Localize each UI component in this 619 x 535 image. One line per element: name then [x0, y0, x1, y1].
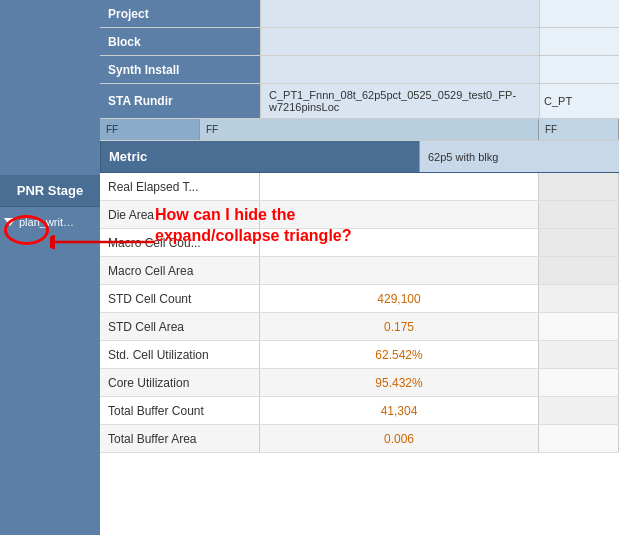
- metric-header: Metric: [100, 141, 419, 172]
- row-label-8: Total Buffer Count: [100, 397, 260, 424]
- table-row: Total Buffer Count 41,304: [100, 397, 619, 425]
- combined-header: Metric 62p5 with blkg: [100, 141, 619, 173]
- row-empty-2: [539, 229, 619, 256]
- table-row: Real Elapsed T...: [100, 173, 619, 201]
- row-empty-6: [539, 341, 619, 368]
- plan-row: plan_write_r...: [0, 208, 100, 236]
- row-label-2: Macro Cell Cou...: [100, 229, 260, 256]
- row-empty-7: [539, 369, 619, 396]
- row-label-6: Std. Cell Utilization: [100, 341, 260, 368]
- table-row: STD Cell Count 429,100: [100, 285, 619, 313]
- row-empty-1: [539, 201, 619, 228]
- row-value-3: [260, 257, 539, 284]
- expand-collapse-triangle[interactable]: [4, 218, 16, 226]
- block-value-alt: [539, 28, 619, 55]
- table-row: STD Cell Area 0.175: [100, 313, 619, 341]
- synth-install-row: Synth Install: [100, 56, 619, 84]
- row-empty-4: [539, 285, 619, 312]
- row-empty-8: [539, 397, 619, 424]
- ff-cell-1: FF: [100, 119, 200, 140]
- project-value: [260, 0, 539, 27]
- sta-rundir-alt: C_PT: [539, 84, 619, 118]
- sta-rundir-value: C_PT1_Fnnn_08t_62p5pct_0525_0529_test0_F…: [260, 84, 539, 118]
- sidebar-rows: plan_write_r...: [0, 208, 100, 236]
- row-empty-3: [539, 257, 619, 284]
- plan-label: plan_write_r...: [19, 216, 79, 228]
- row-value-4: 429,100: [260, 285, 539, 312]
- main-container: PNR Stage plan_write_r... Project Block: [0, 0, 619, 535]
- sta-rundir-label: STA Rundir: [100, 84, 260, 118]
- row-value-6: 62.542%: [260, 341, 539, 368]
- row-label-1: Die Area: [100, 201, 260, 228]
- table-row: Die Area: [100, 201, 619, 229]
- row-value-8: 41,304: [260, 397, 539, 424]
- row-label-4: STD Cell Count: [100, 285, 260, 312]
- block-value: [260, 28, 539, 55]
- row-value-2: [260, 229, 539, 256]
- table-row: Core Utilization 95.432%: [100, 369, 619, 397]
- table-row: Macro Cell Area: [100, 257, 619, 285]
- row-empty-0: [539, 173, 619, 200]
- row-value-1: [260, 201, 539, 228]
- table-row: Std. Cell Utilization 62.542%: [100, 341, 619, 369]
- row-label-7: Core Utilization: [100, 369, 260, 396]
- row-label-3: Macro Cell Area: [100, 257, 260, 284]
- blkg-value: 62p5 with blkg: [419, 141, 619, 172]
- pnr-stage-label: PNR Stage: [17, 183, 83, 198]
- ff-cell-2: FF: [200, 119, 539, 140]
- content-area: Project Block Synth Install STA Rundir C…: [100, 0, 619, 535]
- synth-install-value: [260, 56, 539, 83]
- table-row: Total Buffer Area 0.006: [100, 425, 619, 453]
- synth-install-label: Synth Install: [100, 56, 260, 83]
- table-row: Macro Cell Cou...: [100, 229, 619, 257]
- row-value-5: 0.175: [260, 313, 539, 340]
- ff-row: FF FF FF: [100, 119, 619, 141]
- row-label-9: Total Buffer Area: [100, 425, 260, 452]
- row-empty-5: [539, 313, 619, 340]
- project-label: Project: [100, 0, 260, 27]
- synth-install-value-alt: [539, 56, 619, 83]
- block-label: Block: [100, 28, 260, 55]
- block-row: Block: [100, 28, 619, 56]
- row-value-7: 95.432%: [260, 369, 539, 396]
- row-empty-9: [539, 425, 619, 452]
- pnr-stage-header: PNR Stage: [0, 175, 100, 207]
- project-row: Project: [100, 0, 619, 28]
- row-value-0: [260, 173, 539, 200]
- sidebar-spacer: [0, 0, 100, 176]
- header-rows: Project Block Synth Install STA Rundir C…: [100, 0, 619, 119]
- row-label-0: Real Elapsed T...: [100, 173, 260, 200]
- sidebar: PNR Stage plan_write_r...: [0, 0, 100, 535]
- ff-cell-3: FF: [539, 119, 619, 140]
- row-value-9: 0.006: [260, 425, 539, 452]
- row-label-5: STD Cell Area: [100, 313, 260, 340]
- sta-rundir-row: STA Rundir C_PT1_Fnnn_08t_62p5pct_0525_0…: [100, 84, 619, 119]
- project-value-alt: [539, 0, 619, 27]
- data-rows: Real Elapsed T... Die Area Macro Cell Co…: [100, 173, 619, 535]
